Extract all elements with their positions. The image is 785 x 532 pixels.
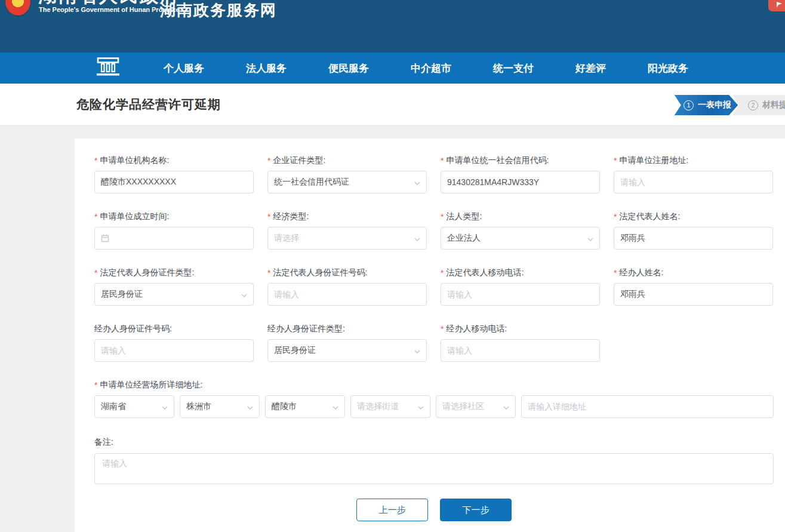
form-grid: * 申请单位机构名称: * 企业证件类型: 统一社会信用代码证 bbox=[94, 156, 774, 380]
legal-rep-name-input-box bbox=[614, 227, 773, 250]
org-name-input[interactable] bbox=[101, 177, 247, 187]
credit-code-field: * 申请单位统一社会信用代码: bbox=[441, 156, 600, 193]
org-name-label: 申请单位机构名称: bbox=[100, 155, 169, 166]
detail-address-input[interactable] bbox=[528, 402, 767, 411]
government-building-icon bbox=[95, 57, 121, 79]
nav-item-rating[interactable]: 好差评 bbox=[575, 61, 606, 75]
handler-id-number-field: 经办人身份证件号码: bbox=[94, 324, 254, 362]
legal-entity-type-select[interactable]: 企业法人 bbox=[441, 227, 600, 250]
handler-id-type-label: 经办人身份证件类型: bbox=[267, 324, 345, 334]
required-asterisk: * bbox=[441, 212, 444, 222]
required-asterisk: * bbox=[614, 212, 617, 222]
cert-type-select[interactable]: 统一社会信用代码证 bbox=[267, 171, 427, 193]
step-1-label: 一表申报 bbox=[698, 100, 731, 110]
nav-home-button[interactable] bbox=[94, 57, 122, 79]
reg-address-input-box bbox=[614, 171, 773, 193]
legal-rep-mobile-input-box bbox=[441, 283, 600, 306]
org-name-input-box bbox=[94, 171, 254, 193]
required-asterisk: * bbox=[94, 268, 97, 278]
chevron-down-icon bbox=[161, 404, 168, 413]
next-step-button[interactable]: 下一步 bbox=[440, 499, 512, 521]
legal-rep-id-number-input[interactable] bbox=[274, 290, 420, 299]
chevron-down-icon bbox=[247, 404, 254, 413]
chevron-down-icon bbox=[587, 235, 594, 245]
required-asterisk: * bbox=[614, 268, 617, 278]
nav-item-payment[interactable]: 统一支付 bbox=[493, 61, 534, 75]
legal-rep-id-number-label: 法定代表人身份证件号码: bbox=[273, 267, 367, 278]
required-asterisk: * bbox=[441, 324, 444, 334]
required-asterisk: * bbox=[94, 156, 97, 165]
required-asterisk: * bbox=[441, 156, 444, 165]
nav-item-convenience[interactable]: 便民服务 bbox=[328, 61, 369, 75]
handler-mobile-input-box bbox=[441, 339, 600, 362]
handler-mobile-input[interactable] bbox=[447, 346, 593, 355]
reg-address-label: 申请单位注册地址: bbox=[619, 155, 688, 166]
nav-item-personal[interactable]: 个人服务 bbox=[164, 61, 204, 75]
nav-item-sunshine[interactable]: 阳光政务 bbox=[648, 61, 688, 75]
credit-code-input-box bbox=[441, 171, 600, 193]
chevron-down-icon bbox=[417, 404, 424, 413]
required-asterisk: * bbox=[441, 268, 444, 278]
credit-code-input[interactable] bbox=[447, 177, 593, 187]
chevron-down-icon bbox=[414, 348, 421, 357]
legal-rep-name-input[interactable] bbox=[620, 233, 766, 243]
legal-rep-id-type-label: 法定代表人身份证件类型: bbox=[100, 267, 194, 278]
handler-id-number-input[interactable] bbox=[101, 346, 247, 355]
handler-name-label: 经办人姓名: bbox=[619, 267, 663, 278]
community-select[interactable]: 请选择社区 bbox=[436, 395, 516, 418]
legal-rep-id-number-field: * 法定代表人身份证件号码: bbox=[267, 268, 427, 306]
business-address-row: 湖南省 株洲市 醴陵市 请选择街道 bbox=[94, 395, 774, 418]
legal-rep-name-label: 法定代表人姓名: bbox=[619, 211, 680, 222]
chevron-down-icon bbox=[414, 179, 421, 189]
legal-rep-name-field: * 法定代表人姓名: bbox=[614, 212, 773, 250]
legal-rep-mobile-field: * 法定代表人移动电话: bbox=[441, 268, 600, 306]
reg-address-field: * 申请单位注册地址: bbox=[614, 156, 773, 193]
prev-step-button[interactable]: 上一步 bbox=[356, 499, 428, 521]
handler-name-field: * 经办人姓名: bbox=[614, 268, 773, 306]
required-asterisk: * bbox=[267, 268, 270, 278]
title-bar: 危险化学品经营许可延期 1 一表申报 2 材料提交 bbox=[0, 84, 785, 126]
required-asterisk: * bbox=[267, 212, 270, 222]
org-name-field: * 申请单位机构名称: bbox=[94, 156, 254, 193]
portal-name[interactable]: 湖南政务服务网 bbox=[160, 0, 277, 21]
economic-type-select[interactable]: 请选择 bbox=[267, 227, 427, 250]
chevron-down-icon bbox=[503, 404, 510, 413]
reg-address-input[interactable] bbox=[620, 177, 766, 187]
nav-item-agency[interactable]: 中介超市 bbox=[411, 61, 451, 75]
required-asterisk: * bbox=[614, 156, 617, 165]
nav-item-legal[interactable]: 法人服务 bbox=[246, 61, 287, 75]
handler-id-type-select[interactable]: 居民身份证 bbox=[267, 339, 427, 362]
remark-textarea[interactable] bbox=[94, 453, 774, 484]
national-emblem-icon bbox=[5, 0, 30, 16]
page-title: 危险化学品经营许可延期 bbox=[76, 96, 221, 113]
handler-id-number-input-box bbox=[94, 339, 254, 362]
step-2-label: 材料提交 bbox=[762, 100, 785, 110]
handler-mobile-label: 经办人移动电话: bbox=[446, 324, 507, 334]
chevron-down-icon bbox=[414, 235, 421, 245]
required-asterisk: * bbox=[267, 156, 270, 165]
step-1-declare: 1 一表申报 bbox=[675, 95, 738, 115]
handler-name-input[interactable] bbox=[620, 290, 766, 299]
legal-rep-mobile-input[interactable] bbox=[447, 290, 593, 299]
step-1-number: 1 bbox=[684, 100, 694, 110]
required-asterisk: * bbox=[94, 380, 97, 390]
main-nav: 个人服务 法人服务 便民服务 中介超市 统一支付 好差评 阳光政务 bbox=[0, 53, 785, 84]
province-select[interactable]: 湖南省 bbox=[94, 395, 174, 418]
top-header: 湖南省人民政府 The People's Government of Hunan… bbox=[0, 0, 785, 53]
cert-type-label: 企业证件类型: bbox=[273, 155, 325, 166]
establish-date-picker[interactable] bbox=[94, 227, 254, 250]
legal-rep-id-type-select[interactable]: 居民身份证 bbox=[94, 283, 254, 306]
form-actions: 上一步 下一步 bbox=[94, 499, 774, 521]
corner-flag-button[interactable] bbox=[768, 0, 785, 11]
district-select[interactable]: 醴陵市 bbox=[265, 395, 345, 418]
city-select[interactable]: 株洲市 bbox=[180, 395, 260, 418]
cert-type-field: * 企业证件类型: 统一社会信用代码证 bbox=[267, 156, 427, 193]
step-indicator: 1 一表申报 2 材料提交 bbox=[675, 95, 785, 115]
form-card: * 申请单位机构名称: * 企业证件类型: 统一社会信用代码证 bbox=[75, 139, 785, 532]
economic-type-label: 经济类型: bbox=[273, 211, 309, 222]
legal-entity-type-field: * 法人类型: 企业法人 bbox=[441, 212, 600, 250]
calendar-icon bbox=[101, 234, 109, 242]
chevron-down-icon bbox=[241, 291, 248, 301]
establish-date-field: * 申请单位成立时间: bbox=[94, 212, 254, 250]
street-select[interactable]: 请选择街道 bbox=[350, 395, 430, 418]
